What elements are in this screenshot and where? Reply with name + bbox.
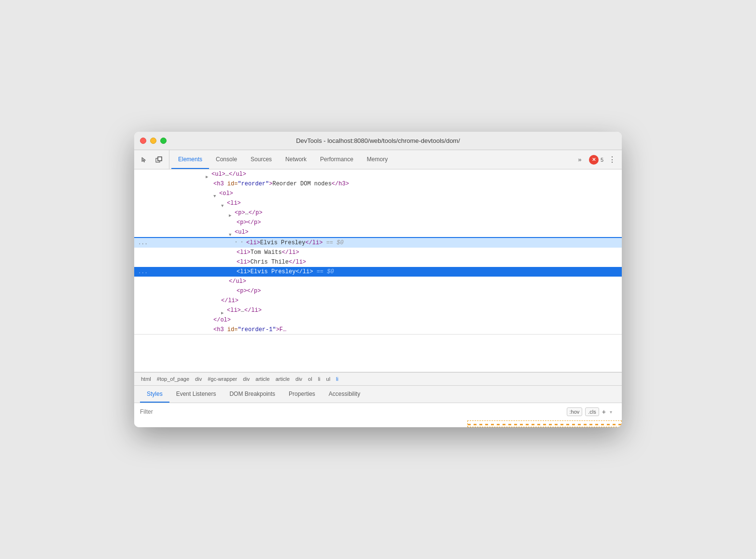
tab-accessibility[interactable]: Accessibility (322, 386, 367, 403)
breadcrumb: html #top_of_page div #gc-wrapper div ar… (134, 372, 622, 386)
breadcrumb-div-2[interactable]: div (241, 375, 252, 383)
breadcrumb-article-1[interactable]: article (253, 375, 271, 383)
expand-arrow[interactable] (206, 172, 210, 177)
traffic-lights (140, 138, 167, 144)
expand-arrow[interactable] (229, 210, 234, 215)
cursor-icon[interactable] (138, 154, 151, 166)
toolbar-icons (138, 150, 169, 169)
toolbar: Elements Console Sources Network Perform… (134, 150, 622, 169)
filter-controls: :hov .cls + ▾ (567, 407, 616, 416)
toolbar-right: » ✕ 5 ⋮ (571, 150, 618, 169)
cls-button[interactable]: .cls (585, 407, 599, 416)
ellipsis-marker: ... (138, 267, 153, 277)
tab-event-listeners[interactable]: Event Listeners (169, 386, 223, 403)
dom-line-3[interactable]: <ol> (134, 189, 622, 198)
options-button[interactable]: ⋮ (606, 153, 618, 166)
devtools-window: DevTools - localhost:8080/web/tools/chro… (134, 132, 622, 427)
hov-button[interactable]: :hov (567, 407, 583, 416)
expand-arrow[interactable] (213, 191, 218, 196)
dom-line-9[interactable]: <li> Tom Waits </li> (134, 248, 622, 257)
dom-line-7[interactable]: <ul> (134, 227, 622, 237)
dom-line-4[interactable]: <li> (134, 198, 622, 208)
dom-line-10[interactable]: <li> Chris Thile </li> (134, 257, 622, 267)
error-badge: ✕ (589, 155, 599, 165)
tab-memory[interactable]: Memory (360, 150, 394, 169)
tab-console[interactable]: Console (209, 150, 244, 169)
dom-line-1[interactable]: <ul> … </ul> (134, 169, 622, 179)
breadcrumb-article-2[interactable]: article (274, 375, 292, 383)
filter-bar: :hov .cls + ▾ (134, 403, 622, 420)
dom-line-12[interactable]: </ul> (134, 277, 622, 286)
tab-styles[interactable]: Styles (140, 386, 169, 403)
add-style-button[interactable]: + (602, 408, 606, 416)
breadcrumb-html[interactable]: html (139, 375, 153, 383)
tab-list: Elements Console Sources Network Perform… (171, 150, 571, 169)
filter-input[interactable] (140, 408, 212, 415)
dom-line-17[interactable]: <h3 id= "reorder-1" >F… (134, 325, 622, 335)
breadcrumb-top-of-page[interactable]: #top_of_page (155, 375, 191, 383)
dom-line-11[interactable]: ... <li> Elvis Presley </li> == $0 (134, 267, 622, 277)
dom-line-15[interactable]: <li> … </li> (134, 306, 622, 315)
tab-properties[interactable]: Properties (282, 386, 322, 403)
breadcrumb-li-2[interactable]: li (334, 375, 340, 383)
box-icon[interactable] (153, 154, 165, 166)
expand-arrow[interactable] (221, 201, 226, 206)
close-button[interactable] (140, 138, 146, 144)
dom-panel[interactable]: <ul> … </ul> <h3 id= "reorder" > Reorder… (134, 169, 622, 372)
error-count: 5 (601, 157, 603, 163)
dom-line-2[interactable]: <h3 id= "reorder" > Reorder DOM nodes </… (134, 179, 622, 189)
maximize-button[interactable] (160, 138, 167, 144)
minimize-button[interactable] (150, 138, 156, 144)
dom-line-14[interactable]: </li> (134, 296, 622, 306)
tab-elements[interactable]: Elements (171, 150, 209, 169)
breadcrumb-ol[interactable]: ol (306, 375, 314, 383)
dom-line-8-dragging[interactable]: ... · · <li> Elvis Presley </li> == $0 (134, 237, 622, 248)
tab-dom-breakpoints[interactable]: DOM Breakpoints (223, 386, 282, 403)
breadcrumb-ul[interactable]: ul (324, 375, 333, 383)
tab-sources[interactable]: Sources (244, 150, 279, 169)
bottom-tabs: Styles Event Listeners DOM Breakpoints P… (134, 386, 622, 403)
breadcrumb-div-3[interactable]: div (294, 375, 304, 383)
dashed-corner (467, 420, 622, 427)
title-bar: DevTools - localhost:8080/web/tools/chro… (134, 132, 622, 150)
tab-network[interactable]: Network (279, 150, 313, 169)
dom-line-13[interactable]: <p></p> (134, 286, 622, 296)
tab-performance[interactable]: Performance (313, 150, 360, 169)
window-title: DevTools - localhost:8080/web/tools/chro… (296, 137, 460, 144)
more-tabs-button[interactable]: » (574, 154, 586, 166)
dom-line-6[interactable]: <p></p> (134, 218, 622, 227)
ellipsis-marker: ... (138, 238, 153, 248)
dom-line-5[interactable]: <p> … </p> (134, 208, 622, 218)
svg-rect-1 (158, 157, 162, 161)
expand-arrow[interactable] (229, 230, 234, 235)
breadcrumb-gc-wrapper[interactable]: #gc-wrapper (206, 375, 239, 383)
bottom-strip (134, 420, 622, 427)
breadcrumb-li-1[interactable]: li (316, 375, 322, 383)
breadcrumb-div-1[interactable]: div (193, 375, 204, 383)
dom-line-16[interactable]: </ol> (134, 315, 622, 325)
expand-arrow[interactable] (221, 308, 226, 313)
small-arrow: ▾ (610, 409, 612, 415)
